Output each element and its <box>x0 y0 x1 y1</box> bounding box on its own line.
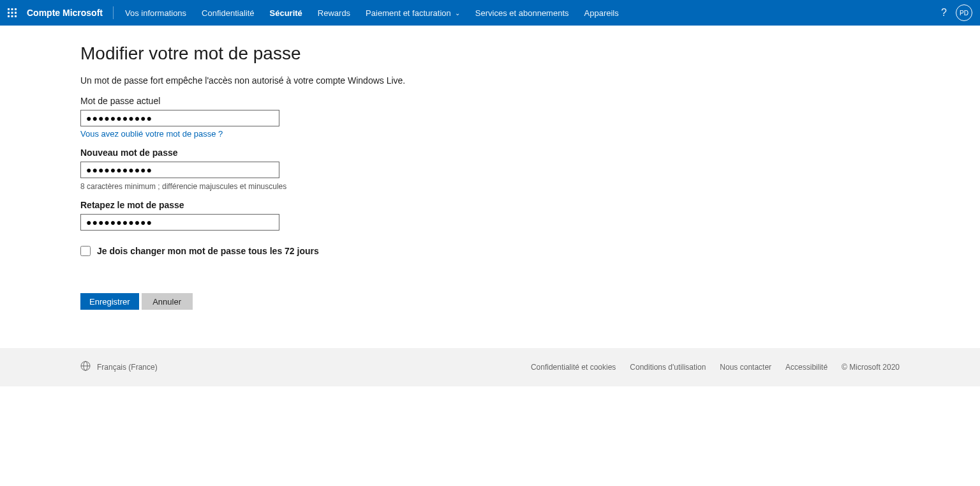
forgot-password-link[interactable]: Vous avez oublié votre mot de passe ? <box>80 129 223 139</box>
globe-icon[interactable] <box>80 361 91 374</box>
svg-rect-7 <box>11 15 13 17</box>
current-password-input[interactable] <box>80 110 279 126</box>
cancel-button[interactable]: Annuler <box>142 293 193 310</box>
svg-rect-5 <box>15 12 17 14</box>
header-right: ? PD <box>941 4 972 21</box>
nav-item-appareils[interactable]: Appareils <box>577 0 627 26</box>
page-subtitle: Un mot de passe fort empêche l'accès non… <box>80 75 980 86</box>
nav-item-sécurité[interactable]: Sécurité <box>262 0 310 26</box>
new-password-label: Nouveau mot de passe <box>80 148 980 158</box>
footer-link[interactable]: Accessibilité <box>785 363 828 372</box>
nav-item-label: Confidentialité <box>202 8 254 18</box>
app-launcher-icon[interactable] <box>8 8 17 17</box>
button-row: Enregistrer Annuler <box>80 293 980 310</box>
nav-item-label: Vos informations <box>125 8 186 18</box>
footer-link[interactable]: Nous contacter <box>720 363 771 372</box>
top-nav: Vos informationsConfidentialitéSécuritéR… <box>117 0 627 26</box>
change-every-72-days-label: Je dois changer mon mot de passe tous le… <box>97 246 319 256</box>
new-password-group: Nouveau mot de passe 8 caractères minimu… <box>80 148 980 191</box>
page-content: Modifier votre mot de passe Un mot de pa… <box>0 26 980 348</box>
brand[interactable]: Compte Microsoft <box>27 8 113 18</box>
retype-password-group: Retapez le mot de passe <box>80 200 980 231</box>
change-every-72-days-row: Je dois changer mon mot de passe tous le… <box>80 246 980 256</box>
nav-item-paiement-et-facturation[interactable]: Paiement et facturation⌄ <box>358 0 468 26</box>
svg-rect-1 <box>11 8 13 10</box>
current-password-label: Mot de passe actuel <box>80 96 980 106</box>
chevron-down-icon: ⌄ <box>455 10 460 17</box>
retype-password-input[interactable] <box>80 214 279 231</box>
svg-rect-3 <box>8 12 10 14</box>
copyright: © Microsoft 2020 <box>842 363 900 372</box>
nav-item-label: Appareils <box>584 8 619 18</box>
user-avatar[interactable]: PD <box>956 4 972 21</box>
new-password-hint: 8 caractères minimum ; différencie majus… <box>80 182 980 191</box>
footer-link[interactable]: Confidentialité et cookies <box>531 363 616 372</box>
nav-item-services-et-abonnements[interactable]: Services et abonnements <box>468 0 577 26</box>
svg-rect-6 <box>8 15 10 17</box>
top-header: Compte Microsoft Vos informationsConfide… <box>0 0 980 26</box>
footer-left: Français (France) <box>80 361 158 374</box>
page-title: Modifier votre mot de passe <box>80 43 980 64</box>
footer-link[interactable]: Conditions d'utilisation <box>630 363 706 372</box>
nav-item-rewards[interactable]: Rewards <box>310 0 358 26</box>
current-password-group: Mot de passe actuel Vous avez oublié vot… <box>80 96 980 139</box>
svg-rect-0 <box>8 8 10 10</box>
nav-item-label: Services et abonnements <box>475 8 569 18</box>
nav-item-confidentialité[interactable]: Confidentialité <box>194 0 262 26</box>
help-icon[interactable]: ? <box>941 7 947 19</box>
change-every-72-days-checkbox[interactable] <box>80 246 91 256</box>
svg-rect-4 <box>11 12 13 14</box>
page-footer: Français (France) Confidentialité et coo… <box>0 348 980 386</box>
language-selector[interactable]: Français (France) <box>97 363 158 372</box>
nav-item-vos-informations[interactable]: Vos informations <box>117 0 194 26</box>
svg-rect-2 <box>15 8 17 10</box>
nav-item-label: Paiement et facturation <box>366 8 451 18</box>
save-button[interactable]: Enregistrer <box>80 293 139 310</box>
footer-right: Confidentialité et cookiesConditions d'u… <box>531 363 900 372</box>
nav-item-label: Sécurité <box>270 8 302 18</box>
retype-password-label: Retapez le mot de passe <box>80 200 980 210</box>
new-password-input[interactable] <box>80 162 279 178</box>
svg-rect-8 <box>15 15 17 17</box>
header-divider <box>113 6 114 19</box>
nav-item-label: Rewards <box>318 8 350 18</box>
